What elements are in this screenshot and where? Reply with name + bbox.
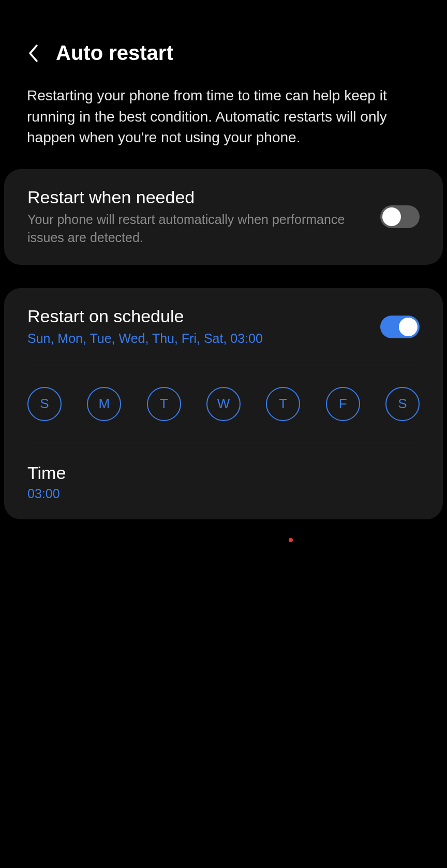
days-row: S M T W T F S [27,384,420,424]
divider [27,442,420,442]
day-thursday[interactable]: T [266,387,300,421]
time-section[interactable]: Time 03:00 [27,460,420,501]
page-title: Auto restart [56,41,173,65]
restart-when-needed-title: Restart when needed [27,187,370,207]
restart-on-schedule-subtitle: Sun, Mon, Tue, Wed, Thu, Fri, Sat, 03:00 [27,330,370,348]
day-wednesday[interactable]: W [206,387,241,421]
day-tuesday[interactable]: T [147,387,181,421]
back-icon[interactable] [26,43,40,64]
indicator-dot [289,538,293,542]
restart-when-needed-card: Restart when needed Your phone will rest… [4,169,443,265]
restart-when-needed-toggle[interactable] [380,205,420,228]
day-saturday[interactable]: S [385,387,420,421]
page-description: Restarting your phone from time to time … [0,85,447,169]
day-monday[interactable]: M [87,387,121,421]
restart-on-schedule-card: Restart on schedule Sun, Mon, Tue, Wed, … [4,288,443,519]
restart-when-needed-row[interactable]: Restart when needed Your phone will rest… [27,187,420,247]
toggle-knob [382,207,401,226]
restart-on-schedule-title: Restart on schedule [27,306,370,326]
day-friday[interactable]: F [326,387,360,421]
toggle-knob [399,318,418,336]
time-value: 03:00 [27,486,420,501]
divider [27,366,420,366]
restart-when-needed-subtitle: Your phone will restart automatically wh… [27,211,370,247]
restart-on-schedule-row[interactable]: Restart on schedule Sun, Mon, Tue, Wed, … [27,306,420,348]
restart-on-schedule-toggle[interactable] [380,316,420,338]
header: Auto restart [0,0,447,85]
time-label: Time [27,463,420,483]
restart-on-schedule-text: Restart on schedule Sun, Mon, Tue, Wed, … [27,306,380,348]
restart-when-needed-text: Restart when needed Your phone will rest… [27,187,380,247]
day-sunday[interactable]: S [27,387,62,421]
